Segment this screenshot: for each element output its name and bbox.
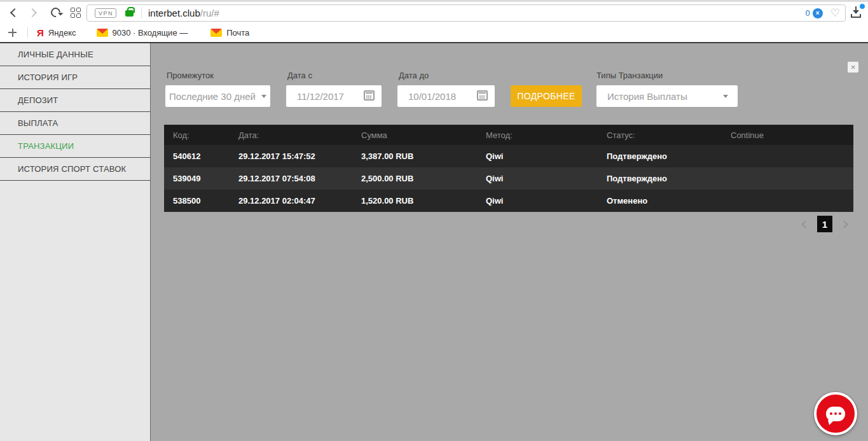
reload-button[interactable] xyxy=(47,2,64,23)
url-text[interactable]: interbet.club/ru/# xyxy=(148,8,219,18)
cell-code: 540612 xyxy=(164,145,230,167)
bookmark-heart-icon[interactable]: ♡ xyxy=(830,8,840,18)
cell-continue xyxy=(722,167,853,190)
col-header-amount: Сумма xyxy=(352,125,477,145)
address-bar[interactable]: VPN interbet.club/ru/# 0 × ♡ xyxy=(86,4,846,22)
chat-button[interactable] xyxy=(814,392,857,435)
details-button[interactable]: ПОДРОБНЕЕ xyxy=(511,85,582,107)
cell-amount: 2,500.00 RUB xyxy=(352,167,477,190)
col-header-continue: Continue xyxy=(722,125,853,145)
close-icon[interactable]: × xyxy=(848,62,858,73)
cell-status: Подтверждено xyxy=(598,145,722,167)
lock-icon[interactable] xyxy=(125,10,134,17)
shield-block-icon[interactable]: × xyxy=(813,8,823,18)
page-content: ЛИЧНЫЕ ДАННЫЕ ИСТОРИЯ ИГР ДЕПОЗИТ ВЫПЛАТ… xyxy=(0,43,868,441)
browser-window: VPN interbet.club/ru/# 0 × ♡ xyxy=(0,0,868,441)
forward-button[interactable] xyxy=(25,2,42,23)
url-host: interbet.club xyxy=(148,8,200,18)
bookmark-label: 9030 · Входящие — xyxy=(113,28,188,38)
bookmarks-bar: Я Яндекс 9030 · Входящие — Почта xyxy=(0,23,868,42)
col-header-method: Метод: xyxy=(477,125,598,145)
cell-continue xyxy=(722,190,853,212)
calendar-icon[interactable] xyxy=(477,90,488,101)
table-row: 538500 29.12.2017 02:04:47 1,520.00 RUB … xyxy=(164,190,853,212)
cell-code: 538500 xyxy=(164,190,230,212)
sidebar-item-game-history[interactable]: ИСТОРИЯ ИГР xyxy=(0,66,150,89)
reload-icon xyxy=(48,6,62,19)
prev-page-icon[interactable] xyxy=(801,220,809,228)
vpn-badge[interactable]: VPN xyxy=(95,8,116,18)
chevron-down-icon xyxy=(723,95,728,98)
chat-bubble-icon xyxy=(826,407,845,421)
add-bookmark-icon[interactable] xyxy=(8,29,17,37)
sidebar-item-payout[interactable]: ВЫПЛАТА xyxy=(0,112,150,135)
tiles-icon xyxy=(71,8,81,18)
cell-date: 29.12.2017 15:47:52 xyxy=(230,145,352,167)
calendar-icon[interactable] xyxy=(364,90,375,101)
cell-method: Qiwi xyxy=(477,145,598,167)
cell-status: Отменено xyxy=(598,190,722,212)
bookmarks-divider xyxy=(27,27,28,38)
browser-toolbar: VPN interbet.club/ru/# 0 × ♡ xyxy=(0,2,868,23)
table-row: 539049 29.12.2017 07:54:08 2,500.00 RUB … xyxy=(164,167,853,190)
period-select[interactable]: Последние 30 дней xyxy=(165,85,270,107)
back-button[interactable] xyxy=(5,2,22,23)
bookmark-yandex[interactable]: Я Яндекс xyxy=(37,27,76,38)
mail-icon xyxy=(97,29,108,37)
col-header-date: Дата: xyxy=(230,125,352,145)
bookmark-mail[interactable]: Почта xyxy=(210,28,249,38)
tabs-tiles-button[interactable] xyxy=(67,2,84,23)
cell-method: Qiwi xyxy=(477,190,598,212)
url-path: /ru/# xyxy=(200,8,219,18)
table-header-row: Код: Дата: Сумма Метод: Статус: Continue xyxy=(164,125,853,145)
cell-method: Qiwi xyxy=(477,167,598,190)
blocked-count: 0 xyxy=(806,8,810,18)
cell-date: 29.12.2017 02:04:47 xyxy=(230,190,352,212)
account-sidebar: ЛИЧНЫЕ ДАННЫЕ ИСТОРИЯ ИГР ДЕПОЗИТ ВЫПЛАТ… xyxy=(0,43,151,441)
tx-type-label: Типы Транзакции xyxy=(596,71,663,80)
cell-date: 29.12.2017 07:54:08 xyxy=(230,167,352,190)
sidebar-item-sport-bets-history[interactable]: ИСТОРИЯ СПОРТ СТАВОК xyxy=(0,158,150,181)
cell-amount: 1,520.00 RUB xyxy=(352,190,477,212)
cell-continue xyxy=(722,145,853,167)
bookmark-label: Почта xyxy=(226,28,249,38)
browser-chrome: VPN interbet.club/ru/# 0 × ♡ xyxy=(0,0,868,43)
transactions-panel: × Промежуток Дата с Дата до Типы Транзак… xyxy=(151,43,868,441)
cell-status: Подтверждено xyxy=(598,167,722,190)
sidebar-item-personal-data[interactable]: ЛИЧНЫЕ ДАННЫЕ xyxy=(0,43,150,66)
period-label: Промежуток xyxy=(167,71,214,80)
forward-icon xyxy=(28,8,37,17)
downloads-button[interactable] xyxy=(850,6,864,19)
table-row: 540612 29.12.2017 15:47:52 3,387.00 RUB … xyxy=(164,145,853,167)
chevron-down-icon xyxy=(261,95,266,98)
sidebar-item-transactions[interactable]: ТРАНЗАКЦИИ xyxy=(0,135,150,158)
bookmark-inbox[interactable]: 9030 · Входящие — xyxy=(97,28,188,38)
tx-type-select[interactable]: История Выплаты xyxy=(596,85,738,107)
date-to-label: Дата до xyxy=(399,71,429,80)
back-icon xyxy=(10,8,19,17)
date-from-input[interactable]: 11/12/2017 xyxy=(286,85,382,107)
transactions-table: Код: Дата: Сумма Метод: Статус: Continue… xyxy=(164,125,853,212)
url-divider xyxy=(141,8,142,18)
cell-code: 539049 xyxy=(164,167,230,190)
col-header-status: Статус: xyxy=(598,125,722,145)
mail-icon xyxy=(210,29,222,37)
sidebar-item-deposit[interactable]: ДЕПОЗИТ xyxy=(0,89,150,112)
cell-amount: 3,387.00 RUB xyxy=(352,145,477,167)
page-number[interactable]: 1 xyxy=(817,216,832,232)
bookmark-label: Яндекс xyxy=(48,28,76,38)
yandex-logo-icon: Я xyxy=(37,27,44,38)
date-from-label: Дата с xyxy=(287,71,312,80)
download-notification-dot xyxy=(860,4,865,9)
date-to-input[interactable]: 10/01/2018 xyxy=(397,85,495,107)
col-header-code: Код: xyxy=(164,125,230,145)
next-page-icon[interactable] xyxy=(840,220,848,228)
pagination: 1 xyxy=(803,216,847,232)
